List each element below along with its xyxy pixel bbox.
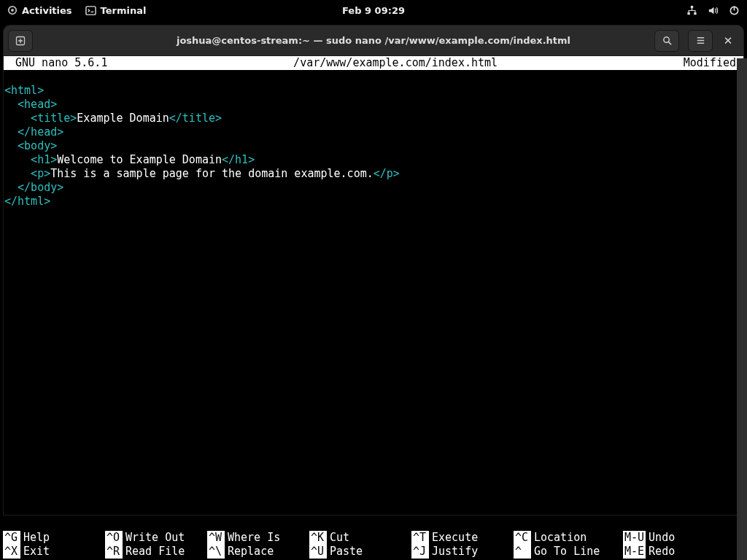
code-text: Example Domain	[77, 112, 169, 125]
shortcut-label: Redo	[649, 545, 675, 559]
close-icon: ✕	[724, 34, 733, 47]
code-tag: </body>	[4, 181, 63, 194]
terminal-icon	[85, 5, 96, 16]
shortcut-label: Paste	[330, 545, 363, 559]
svg-rect-2	[86, 6, 96, 14]
code-text: This is a sample page for the domain exa…	[50, 167, 374, 180]
svg-point-1	[11, 9, 14, 12]
svg-rect-5	[694, 12, 696, 14]
activities-label: Activities	[22, 5, 72, 16]
shortcut-key: M-U	[623, 531, 646, 545]
vertical-scrollbar[interactable]	[737, 58, 747, 560]
code-tag: <html>	[4, 84, 44, 97]
code-tag: </head>	[4, 125, 63, 139]
shortcut-readfile: ^RRead File	[105, 545, 207, 559]
power-icon[interactable]	[729, 5, 740, 16]
shortcut-gotoline: ^ Go To Line	[514, 545, 623, 559]
code-tag: <title>	[4, 112, 77, 125]
shortcut-label: Justify	[432, 545, 478, 559]
code-tag: <p>	[4, 167, 50, 180]
svg-rect-4	[687, 12, 689, 14]
shortcut-label: Exit	[23, 545, 50, 559]
shortcut-whereis: ^WWhere Is	[207, 531, 309, 545]
shortcut-key: ^\	[207, 545, 225, 559]
shortcut-key: ^J	[411, 545, 429, 559]
shortcut-key: ^	[514, 545, 531, 559]
gnome-topbar: Activities Terminal Feb 9 09:29	[0, 0, 747, 20]
shortcut-key: ^R	[105, 545, 123, 559]
shortcut-label: Read File	[125, 545, 185, 559]
shortcut-label: Help	[23, 531, 50, 545]
hamburger-icon	[695, 35, 706, 46]
shortcut-undo: M-UUndo	[623, 531, 744, 545]
shortcut-replace: ^\Replace	[207, 545, 309, 559]
shortcut-help: ^GHelp	[3, 531, 105, 545]
shortcut-cut: ^KCut	[309, 531, 411, 545]
close-window-button[interactable]: ✕	[717, 34, 739, 47]
search-button[interactable]	[654, 30, 679, 52]
shortcut-row: ^GHelp ^OWrite Out ^WWhere Is ^KCut ^TEx…	[3, 531, 744, 545]
network-icon[interactable]	[686, 5, 697, 16]
shortcut-location: ^CLocation	[514, 531, 623, 545]
window-titlebar[interactable]: joshua@centos-stream:~ — sudo nano /var/…	[4, 26, 743, 56]
shortcut-exit: ^XExit	[3, 545, 105, 559]
new-tab-button[interactable]	[8, 30, 33, 52]
shortcut-key: ^X	[3, 545, 20, 559]
code-tag: <body>	[4, 139, 57, 152]
svg-rect-3	[691, 5, 693, 7]
code-tag: <head>	[4, 98, 57, 111]
nano-shortcuts: ^GHelp ^OWrite Out ^WWhere Is ^KCut ^TEx…	[3, 531, 744, 560]
code-tag: <h1>	[4, 153, 57, 166]
shortcut-execute: ^TExecute	[411, 531, 514, 545]
nano-status: Modified	[684, 56, 736, 70]
shortcut-key: ^K	[309, 531, 327, 545]
shortcut-key: ^C	[514, 531, 531, 545]
shortcut-justify: ^JJustify	[411, 545, 514, 559]
shortcut-key: ^W	[207, 531, 225, 545]
shortcut-writeout: ^OWrite Out	[105, 531, 207, 545]
shortcut-label: Go To Line	[534, 545, 600, 559]
shortcut-key: ^G	[3, 531, 20, 545]
shortcut-paste: ^UPaste	[309, 545, 411, 559]
shortcut-label: Execute	[432, 531, 478, 545]
shortcut-redo: M-ERedo	[623, 545, 744, 559]
shortcut-label: Cut	[330, 531, 349, 545]
shortcut-label: Where Is	[228, 531, 280, 545]
nano-header: GNU nano 5.6.1 /var/www/example.com/inde…	[4, 56, 743, 70]
shortcut-label: Replace	[228, 545, 274, 559]
volume-icon[interactable]	[708, 5, 719, 16]
shortcut-key: ^T	[411, 531, 429, 545]
shortcut-label: Write Out	[125, 531, 185, 545]
app-menu-terminal[interactable]: Terminal	[85, 5, 147, 16]
shortcut-key: M-E	[623, 545, 646, 559]
shortcut-label: Undo	[649, 531, 675, 545]
search-icon	[662, 35, 673, 46]
nano-filepath: /var/www/example.com/index.html	[107, 56, 683, 70]
code-tag: </html>	[4, 195, 50, 208]
terminal-content[interactable]: GNU nano 5.6.1 /var/www/example.com/inde…	[4, 56, 743, 515]
hamburger-menu-button[interactable]	[688, 30, 713, 52]
shortcut-key: ^U	[309, 545, 327, 559]
app-menu-label: Terminal	[101, 5, 147, 16]
window-title: joshua@centos-stream:~ — sudo nano /var/…	[4, 35, 743, 46]
activities-button[interactable]: Activities	[7, 5, 72, 16]
terminal-window: joshua@centos-stream:~ — sudo nano /var/…	[3, 25, 744, 516]
code-tag: </p>	[374, 167, 400, 180]
shortcut-label: Location	[534, 531, 587, 545]
svg-point-11	[663, 37, 669, 43]
shortcut-key: ^O	[105, 531, 123, 545]
shortcut-row: ^XExit ^RRead File ^\Replace ^UPaste ^JJ…	[3, 545, 744, 559]
activities-icon	[7, 5, 18, 15]
code-text: Welcome to Example Domain	[57, 153, 222, 166]
svg-line-12	[668, 42, 671, 44]
nano-editor[interactable]: <html> <head> <title>Example Domain</tit…	[4, 70, 743, 515]
code-tag: </h1>	[222, 153, 255, 166]
nano-version: GNU nano 5.6.1	[11, 56, 107, 70]
new-tab-icon	[15, 35, 26, 47]
code-tag: </title>	[169, 112, 222, 125]
